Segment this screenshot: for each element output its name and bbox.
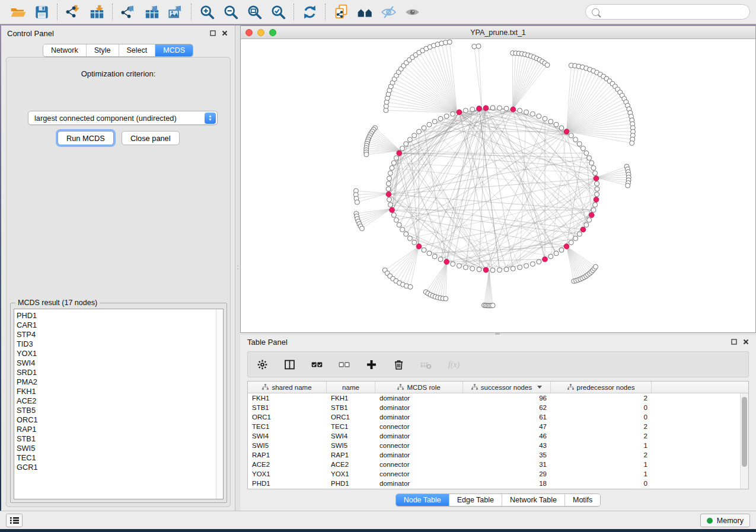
mcds-result-item[interactable]: STP4 [17,330,216,339]
network-node[interactable] [387,176,392,181]
table-cell[interactable]: YOX1 [248,469,327,479]
mcds-list-scrollbar[interactable] [216,309,223,499]
table-tab-edge-table[interactable]: Edge Table [449,494,502,506]
table-cell[interactable]: STB1 [248,403,327,412]
table-tab-node-table[interactable]: Node Table [396,494,449,506]
zoom-in-button[interactable] [195,2,219,22]
network-node[interactable] [407,236,412,241]
network-node[interactable] [412,133,417,138]
mcds-result-item[interactable]: RAP1 [17,425,216,434]
table-cell[interactable]: SWI5 [327,441,375,450]
column-header-MCDS-role[interactable]: MCDS role [375,382,463,393]
network-node-mcds[interactable] [594,197,599,203]
network-node-mcds[interactable] [580,227,586,232]
network-node[interactable] [386,181,391,186]
tab-network[interactable]: Network [43,44,86,56]
network-node-mcds[interactable] [397,150,402,156]
mcds-result-item[interactable]: PHD1 [17,311,216,321]
network-node[interactable] [587,217,592,222]
network-node[interactable] [397,223,401,227]
network-node[interactable] [438,116,443,121]
network-node[interactable] [490,268,495,273]
network-node[interactable] [490,105,495,110]
network-node[interactable] [438,257,443,262]
network-node-mcds[interactable] [594,176,599,181]
save-button[interactable] [30,2,53,22]
mcds-result-list[interactable]: PHD1CAR1STP4TID3YOX1SWI4SRD1PMA2FKH1ACE2… [14,309,224,499]
table-cell[interactable]: 31 [463,460,551,469]
vertical-splitter[interactable] [235,25,240,511]
network-node[interactable] [559,248,564,252]
network-node[interactable] [524,110,529,114]
column-header-shared-name[interactable]: shared name [248,382,327,393]
network-node[interactable] [518,108,522,113]
table-cell[interactable]: 62 [463,403,551,412]
network-node-mcds[interactable] [543,257,548,262]
export-network-button[interactable] [116,2,140,22]
mcds-result-item[interactable]: ORC1 [17,415,216,425]
network-node[interactable] [470,107,475,112]
table-cell[interactable]: 2 [551,431,652,441]
network-node[interactable] [394,217,398,222]
table-cell[interactable]: ACE2 [327,460,375,469]
network-node[interactable] [548,254,553,259]
network-node[interactable] [427,122,432,127]
table-cell[interactable]: 43 [463,441,551,450]
export-image-button[interactable] [164,2,187,22]
deselect-all-button[interactable] [337,357,351,371]
table-cell[interactable]: 61 [463,412,551,422]
table-row[interactable]: ORC1ORC1dominator610 [248,412,748,422]
table-cell[interactable]: dominator [375,403,463,412]
table-cell[interactable]: TEC1 [248,422,327,431]
clone-network-button[interactable] [329,2,353,22]
tab-style[interactable]: Style [86,44,119,56]
table-tab-motifs[interactable]: Motifs [564,494,600,506]
network-node[interactable] [444,296,448,301]
table-cell[interactable]: RAP1 [327,450,375,460]
table-cell[interactable]: SWI5 [248,441,327,450]
import-table-button[interactable] [85,2,109,22]
network-node[interactable] [490,303,495,308]
network-node[interactable] [518,265,522,270]
network-node-mcds[interactable] [386,192,391,197]
show-all-button[interactable] [400,2,424,22]
network-node[interactable] [543,116,547,121]
network-node[interactable] [404,142,409,146]
network-node[interactable] [589,161,594,165]
mcds-result-item[interactable]: FKH1 [17,387,216,396]
network-node[interactable] [530,262,535,267]
table-cell[interactable]: connector [375,441,463,450]
network-node[interactable] [387,197,392,202]
network-node[interactable] [400,146,405,151]
table-cell[interactable]: dominator [375,450,463,460]
network-node[interactable] [422,248,426,252]
float-panel-icon[interactable] [209,30,216,36]
table-cell[interactable]: ACE2 [248,460,327,469]
network-node[interactable] [388,171,393,175]
mcds-result-item[interactable]: ACE2 [17,396,216,406]
network-node[interactable] [388,203,393,207]
network-node[interactable] [451,111,455,116]
network-node-mcds[interactable] [483,267,489,273]
export-table-button[interactable] [140,2,164,22]
network-node[interactable] [432,254,437,259]
network-node[interactable] [569,133,573,138]
close-table-panel-icon[interactable] [742,338,749,345]
network-node[interactable] [497,268,502,273]
table-cell[interactable]: FKH1 [327,393,375,403]
table-scrollbar-thumb[interactable] [742,397,747,467]
mcds-result-item[interactable]: YOX1 [17,349,216,358]
network-window-titlebar[interactable]: YPA_prune.txt_1 [241,26,755,39]
mcds-result-item[interactable]: TID3 [17,339,216,349]
network-node[interactable] [595,192,599,197]
network-node[interactable] [554,251,559,256]
network-node[interactable] [584,150,589,155]
column-header-successor-nodes[interactable]: successor nodes [463,382,551,393]
network-canvas[interactable] [241,39,755,332]
table-cell[interactable]: YOX1 [327,469,375,479]
table-cell[interactable]: FKH1 [248,393,327,403]
network-node[interactable] [584,223,589,227]
network-node[interactable] [593,171,598,175]
table-cell[interactable]: 2 [551,393,652,403]
table-cell[interactable]: ORC1 [327,412,375,422]
